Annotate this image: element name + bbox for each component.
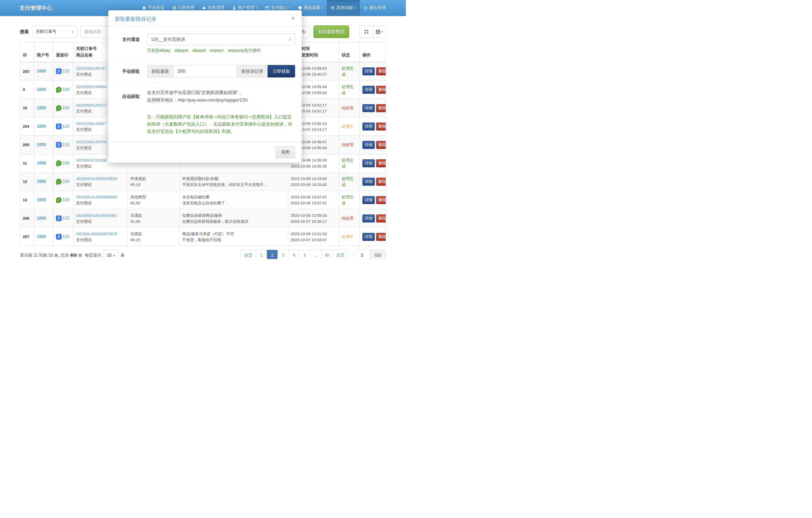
per-page-select[interactable]: 10 ▲ — [104, 250, 119, 259]
column-header-0: ID — [20, 42, 34, 62]
cell-id: 207 — [20, 228, 34, 246]
alipay-icon: 支 — [56, 69, 62, 74]
close-button[interactable]: 关闭 — [276, 146, 295, 158]
detail-button[interactable]: 详情 — [362, 233, 375, 241]
table-row: 131000✓1002023091414550066843支付测试其他类型¥1.… — [20, 191, 386, 209]
cell-merchant: 1000 — [34, 99, 53, 117]
refresh-icon: ↻ — [302, 29, 306, 35]
table-row: 2061000支1252023092818244343881支付测试仅退款¥1.… — [20, 209, 386, 228]
merchant-link[interactable]: 1000 — [37, 216, 46, 220]
channel-id: 125 — [62, 123, 69, 130]
page-button-后页[interactable]: 后页 — [332, 250, 348, 259]
product-name: 支付测试 — [76, 182, 125, 188]
payment-channel-select[interactable]: 125__支付宝投诉 ∨ — [147, 33, 295, 45]
detail-button[interactable]: 详情 — [362, 67, 375, 75]
record-summary: 显示第 11 到第 20 条, 总共 400 条 — [20, 253, 82, 258]
merchant-link[interactable]: 1000 — [37, 124, 46, 129]
fullscreen-button[interactable] — [360, 26, 373, 37]
columns-button[interactable]: ▾ — [373, 26, 386, 37]
cell-order: 2023091414583018526支付测试 — [74, 172, 128, 191]
merchant-link[interactable]: 1000 — [37, 179, 46, 184]
merchant-link[interactable]: 1000 — [37, 161, 46, 165]
delete-button[interactable]: 删除 — [376, 178, 386, 186]
delete-button[interactable]: 删除 — [376, 214, 386, 222]
channel-helper-text: 只支持alipay、alipaysl、alipayd、wxpayn、wxpayn… — [147, 48, 295, 53]
nav-item-7[interactable]: 退出登录 — [360, 0, 390, 16]
nav-item-label: 结算管理 — [208, 5, 225, 10]
detail-button[interactable]: 详情 — [362, 122, 375, 131]
fetch-now-button[interactable]: 立即获取 — [268, 65, 295, 77]
cell-channel: 支125 — [53, 136, 74, 154]
table-tools-group: ▾ — [359, 26, 386, 38]
page-button-5[interactable]: 5 — [299, 250, 310, 259]
status-badge: 处理完成 — [339, 191, 360, 209]
delete-button[interactable]: 删除 — [376, 233, 386, 241]
wechat-pay-icon: ✓ — [56, 179, 62, 184]
page-button-1[interactable]: 1 — [256, 250, 267, 259]
cell-channel: ✓100 — [53, 191, 74, 209]
close-icon[interactable]: × — [291, 16, 295, 21]
modal-body: 支付通道 125__支付宝投诉 ∨ 只支持alipay、alipaysl、ali… — [108, 27, 302, 135]
detail-button[interactable]: 详情 — [362, 178, 375, 186]
pagination-bar: 显示第 11 到第 20 条, 总共 400 条 每页显示 10 ▲ 条 前页1… — [20, 250, 386, 259]
channel-label: 支付通道 — [115, 36, 143, 43]
detail-button[interactable]: 详情 — [362, 104, 375, 112]
detail-button[interactable]: 详情 — [362, 196, 375, 204]
status-badge: 待处理 — [339, 99, 360, 117]
nav-item-label: 其他功能 — [337, 5, 353, 10]
go-button[interactable]: GO — [370, 250, 386, 259]
order-link[interactable]: 2023091409583679978 — [76, 231, 125, 237]
order-link[interactable]: 2023091414583018526 — [76, 175, 125, 182]
payment-channel-value: 125__支付宝投诉 — [151, 36, 185, 43]
merchant-link[interactable]: 1000 — [37, 235, 46, 239]
detail-button[interactable]: 详情 — [362, 159, 375, 167]
page: 支付管理中心 平台首页订单管理结算管理商户管理▾支付接口▾系统设置▾其他功能▾退… — [0, 0, 406, 259]
wechat-pay-icon: ✓ — [56, 87, 62, 92]
goto-page-input[interactable] — [354, 250, 370, 259]
delete-button[interactable]: 删除 — [376, 86, 386, 94]
page-button-2[interactable]: 2 — [267, 250, 278, 259]
auto-fetch-text: 在支付宝开放平台应用订阅“交易投诉通知回调”， 应用网关地址：http://pa… — [147, 89, 295, 104]
channel-id: 100 — [62, 160, 69, 167]
order-link[interactable]: 2023091414550066843 — [76, 194, 125, 200]
page-button-40[interactable]: 40 — [321, 250, 332, 259]
detail-button[interactable]: 详情 — [362, 214, 375, 222]
channel-section: 支付通道 125__支付宝投诉 ∨ 只支持alipay、alipaysl、ali… — [115, 27, 295, 58]
cell-actions: 详情删除 — [360, 117, 386, 136]
cell-actions: 详情删除 — [360, 136, 386, 154]
merchant-link[interactable]: 1000 — [37, 142, 46, 147]
page-button-...[interactable]: ... — [310, 250, 321, 259]
merchant-link[interactable]: 1000 — [37, 106, 46, 110]
delete-button[interactable]: 删除 — [376, 104, 386, 112]
merchant-link[interactable]: 1000 — [37, 87, 46, 92]
cell-channel: 支125 — [53, 228, 74, 246]
merchant-link[interactable]: 1000 — [37, 69, 46, 73]
page-button-前页[interactable]: 前页 — [241, 250, 256, 259]
caret-down-icon: ▾ — [289, 6, 290, 9]
cell-actions: 详情删除 — [360, 99, 386, 117]
detail-button[interactable]: 详情 — [362, 86, 375, 94]
page-button-4[interactable]: 4 — [288, 250, 299, 259]
delete-button[interactable]: 删除 — [376, 196, 386, 204]
delete-button[interactable]: 删除 — [376, 159, 386, 167]
chevron-down-icon: ∨ — [71, 30, 74, 34]
cell-id: 12 — [20, 172, 34, 191]
search-field-select[interactable]: 关联订单号 ∨ — [32, 26, 78, 38]
modal-header: 获取最新投诉记录 × — [108, 10, 302, 27]
cell-merchant: 1000 — [34, 81, 53, 99]
nav-item-6[interactable]: 其他功能▾ — [327, 0, 360, 16]
nav-item-label: 平台首页 — [148, 5, 164, 10]
cube-icon — [331, 6, 335, 10]
delete-button[interactable]: 删除 — [376, 141, 386, 149]
status-badge: 处理完成 — [339, 154, 360, 172]
cell-actions: 详情删除 — [360, 228, 386, 246]
fetch-count-input[interactable] — [173, 65, 237, 77]
detail-button[interactable]: 详情 — [362, 141, 375, 149]
merchant-link[interactable]: 1000 — [37, 198, 46, 202]
delete-button[interactable]: 删除 — [376, 67, 386, 75]
order-link[interactable]: 2023092818244343881 — [76, 212, 125, 218]
fetch-latest-data-button[interactable]: 获取最新数据 — [314, 25, 349, 38]
delete-button[interactable]: 删除 — [376, 122, 386, 131]
cell-id: 9 — [20, 81, 34, 99]
page-button-3[interactable]: 3 — [278, 250, 288, 259]
